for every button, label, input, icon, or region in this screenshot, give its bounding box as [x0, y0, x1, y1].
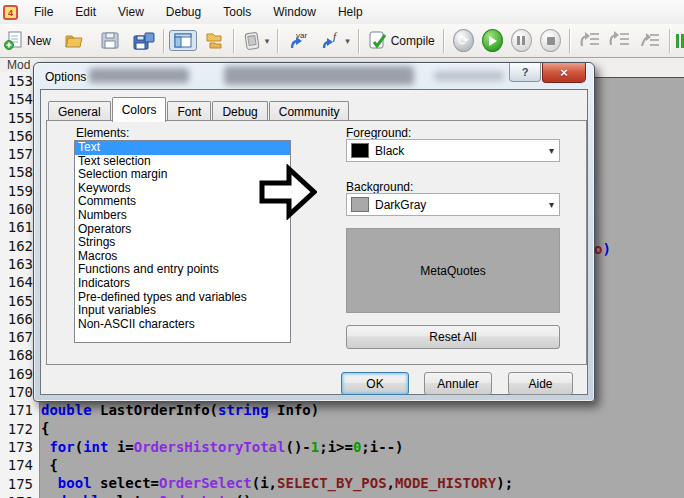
insert-function-button[interactable]: f ▾ — [317, 29, 354, 52]
element-list-item[interactable]: Strings — [75, 236, 290, 250]
terminal-icon — [243, 32, 261, 50]
step-into-button[interactable] — [578, 30, 602, 52]
help-dialog-button[interactable]: Aide — [508, 372, 573, 395]
element-list-item[interactable]: Selection margin — [75, 168, 290, 182]
element-list-item[interactable]: Text selection — [75, 155, 290, 169]
dropdown-icon: ▾ — [345, 36, 350, 46]
element-list-item[interactable]: Keywords — [75, 182, 290, 196]
dialog-tab[interactable]: Colors — [112, 97, 167, 122]
play-icon — [489, 36, 497, 46]
code-line: double LastOrderInfo(string Info) — [41, 401, 513, 419]
step-into-icon — [578, 30, 602, 48]
element-list-item[interactable]: Functions and entry points — [75, 263, 290, 277]
stop-debug-button[interactable] — [540, 29, 561, 52]
element-list-item[interactable]: Input variables — [75, 304, 290, 318]
svg-text:f: f — [333, 31, 338, 42]
save-icon — [101, 32, 119, 49]
toolbar-separator — [669, 29, 671, 53]
element-list-item[interactable]: Comments — [75, 195, 290, 209]
code-line: { — [41, 419, 513, 437]
dialog-tab[interactable]: Debug — [212, 101, 267, 122]
dialog-tab[interactable]: General — [48, 101, 111, 122]
background-swatch — [351, 197, 369, 212]
cancel-button[interactable]: Annuler — [424, 372, 492, 395]
line-number: 175 — [0, 475, 39, 493]
reset-all-button[interactable]: Reset All — [346, 325, 560, 349]
dropdown-icon: ▾ — [265, 36, 270, 46]
dialog-tab[interactable]: Font — [167, 101, 211, 122]
options-dialog: Options ? × GeneralColorsFontDebugCommun… — [33, 62, 595, 402]
element-list-item[interactable]: Text — [75, 141, 290, 155]
step-out-button[interactable] — [638, 30, 662, 52]
open-folder-icon — [65, 33, 85, 49]
save-all-button[interactable] — [129, 30, 159, 52]
pause-debug-button[interactable] — [511, 29, 532, 52]
toolbar-separator — [233, 29, 235, 53]
menu-item[interactable]: View — [107, 1, 155, 24]
menu-item[interactable]: Edit — [64, 1, 107, 24]
element-list-item[interactable]: Operators — [75, 223, 290, 237]
svg-text:4: 4 — [8, 8, 13, 18]
var-arrow-icon: var — [287, 31, 309, 50]
step-over-button[interactable] — [608, 30, 632, 52]
element-list-item[interactable]: Indicators — [75, 277, 290, 291]
annotation-arrow-icon — [259, 164, 317, 220]
toolbar: New — [0, 24, 684, 58]
new-file-label: New — [27, 34, 51, 48]
file-tree-button[interactable] — [201, 30, 229, 51]
help-button[interactable]: ? — [509, 63, 541, 82]
foreground-label: Foreground: — [346, 126, 411, 140]
line-number: 176 — [0, 493, 39, 498]
dialog-title: Options — [45, 70, 86, 84]
open-file-button[interactable] — [61, 31, 89, 51]
toggle-navigator-button[interactable] — [169, 30, 197, 51]
folder-tree-icon — [205, 32, 225, 49]
reset-all-label: Reset All — [429, 330, 476, 344]
close-icon: × — [560, 65, 568, 80]
menu-item[interactable]: Help — [327, 1, 374, 24]
preview-box: MetaQuotes — [346, 228, 560, 313]
stop-icon — [547, 37, 555, 45]
ok-button[interactable]: OK — [341, 372, 409, 395]
foreground-value: Black — [375, 144, 544, 158]
function-arrow-icon: f — [321, 31, 341, 50]
code-line: for(int i=OrdersHistoryTotal()-1;i>=0;i-… — [41, 438, 513, 456]
menu-item[interactable]: Tools — [212, 1, 262, 24]
line-number: 172 — [0, 420, 39, 438]
help-icon: ? — [522, 66, 529, 78]
toolbar-separator — [163, 29, 165, 53]
restart-button[interactable]: ⟳ — [453, 29, 474, 52]
foreground-select[interactable]: Black ▾ — [346, 139, 560, 162]
background-label: Background: — [346, 180, 413, 194]
close-button[interactable]: × — [542, 63, 586, 83]
element-list-item[interactable]: Numbers — [75, 209, 290, 223]
code-line: { — [41, 456, 513, 474]
save-button[interactable] — [97, 30, 123, 51]
compile-button[interactable]: Compile — [364, 29, 439, 52]
menu-item[interactable]: Window — [262, 1, 327, 24]
dialog-tabs: GeneralColorsFontDebugCommunity — [48, 95, 350, 121]
element-list-item[interactable]: Macros — [75, 250, 290, 264]
element-list-item[interactable]: Non-ASCII characters — [75, 318, 290, 332]
foreground-swatch — [351, 143, 369, 158]
menu-item[interactable]: File — [23, 1, 64, 24]
toolbar-separator — [358, 29, 360, 53]
background-select[interactable]: DarkGray ▾ — [346, 193, 560, 216]
dialog-tab[interactable]: Community — [269, 101, 350, 122]
code-line: double lots=OrderLots(); — [41, 492, 513, 498]
element-list-item[interactable]: Pre-defined types and variables — [75, 291, 290, 305]
watch-variable-button[interactable]: var — [283, 29, 313, 52]
preview-text: MetaQuotes — [420, 264, 485, 278]
step-out-icon — [638, 30, 662, 48]
code-lines: double LastOrderInfo(string Info){ for(i… — [41, 401, 513, 498]
terminal-button[interactable]: ▾ — [239, 30, 274, 52]
compile-label: Compile — [391, 34, 435, 48]
menu-item[interactable]: Debug — [155, 1, 212, 24]
chevron-down-icon: ▾ — [544, 145, 559, 156]
new-file-button[interactable]: New — [0, 29, 55, 52]
code-line: bool select=OrderSelect(i,SELECT_BY_POS,… — [41, 474, 513, 492]
document-tab[interactable]: Mod — [7, 58, 30, 72]
line-number: 174 — [0, 456, 39, 474]
new-file-icon — [4, 31, 24, 50]
start-debug-button[interactable] — [482, 29, 503, 52]
